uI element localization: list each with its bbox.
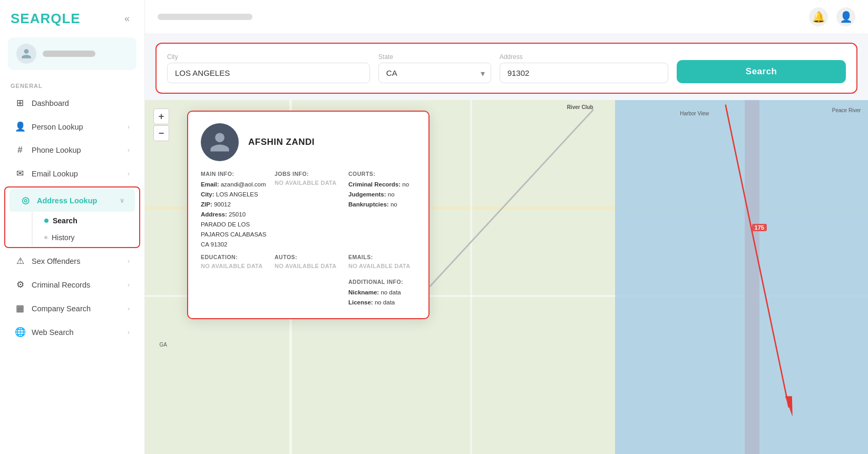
state-field: State CA NY TX FL WA <box>378 53 491 83</box>
chevron-right-icon: › <box>128 258 130 265</box>
map-label-harbor-view: Harbor View <box>680 111 709 116</box>
svg-line-0 <box>430 110 593 287</box>
sidebar-item-phone-lookup[interactable]: # Phone Lookup › <box>4 139 140 161</box>
main-info-section: MAIN INFO: Email: azandi@aol.com City: L… <box>201 171 268 250</box>
sidebar-item-address-lookup[interactable]: ◎ Address Lookup ∨ <box>9 189 135 212</box>
user-circle-icon[interactable]: 👤 <box>836 7 855 26</box>
sidebar-label-criminal: Criminal Records <box>32 281 90 289</box>
additional-label: ADDITIONAL INFO: <box>348 279 416 285</box>
license-label: License: <box>348 299 373 305</box>
user-card <box>8 37 136 70</box>
address-input[interactable] <box>500 63 669 83</box>
sidebar-item-web-search[interactable]: 🌐 Web Search › <box>4 321 140 343</box>
person-alert-icon: ⚠ <box>15 255 25 267</box>
user-name <box>43 51 95 57</box>
sidebar-label-web: Web Search <box>32 328 74 337</box>
nickname-value: no data <box>381 289 401 295</box>
submenu-label-search: Search <box>53 216 77 225</box>
state-label: State <box>378 53 491 61</box>
sidebar-item-company-search[interactable]: ▦ Company Search › <box>4 297 140 320</box>
person-card-body: MAIN INFO: Email: azandi@aol.com City: L… <box>201 171 416 308</box>
sidebar-item-email-lookup[interactable]: ✉ Email Lookup › <box>4 162 140 185</box>
topbar: 🔔 👤 <box>145 0 868 34</box>
city-input[interactable] <box>167 63 370 83</box>
bankruptcies-value: no <box>391 201 397 208</box>
active-dot-icon <box>44 219 48 223</box>
judgements-label: Judgements: <box>348 191 386 198</box>
person-icon: 👤 <box>15 121 25 132</box>
address-lookup-submenu: Search History <box>32 212 134 246</box>
person-card: AFSHIN ZANDI MAIN INFO: Email: azandi@ao… <box>187 111 430 319</box>
sidebar-item-criminal-records[interactable]: ⚙ Criminal Records › <box>4 273 140 296</box>
address-field: Address <box>500 53 669 83</box>
map-label-peace-river: Peace River <box>832 107 861 113</box>
criminal-value: no <box>402 181 409 187</box>
sidebar-item-person-lookup[interactable]: 👤 Person Lookup › <box>4 115 140 138</box>
address-lookup-section: ◎ Address Lookup ∨ Search History <box>4 186 140 248</box>
emails-label: EMAILS: <box>348 254 416 260</box>
zip-label: ZIP: <box>201 201 212 208</box>
sidebar-label-dashboard: Dashboard <box>32 99 69 107</box>
globe-icon: 🌐 <box>15 327 25 338</box>
location-icon: ◎ <box>20 195 31 206</box>
city-label: City <box>167 53 370 61</box>
submenu-item-history[interactable]: History <box>39 229 134 246</box>
inactive-dot-icon <box>44 236 47 239</box>
search-button[interactable]: Search <box>677 60 846 83</box>
chevron-right-icon: › <box>128 170 130 177</box>
zoom-out-button[interactable]: − <box>153 125 169 141</box>
search-form: City State CA NY TX FL WA Address Search <box>155 43 857 94</box>
company-icon: ▦ <box>15 303 25 314</box>
sidebar-label-phone: Phone Lookup <box>32 146 81 154</box>
courts-label: COURTS: <box>348 171 416 177</box>
sidebar-label-address: Address Lookup <box>37 196 97 205</box>
education-label: EDUCATION: <box>201 254 268 260</box>
chevron-right-icon: › <box>128 329 130 336</box>
sidebar-label-person: Person Lookup <box>32 123 83 131</box>
chevron-down-icon: ∨ <box>120 197 124 204</box>
jobs-info-section: JOBS INFO: NO AVAILABLE DATA <box>275 171 342 250</box>
chevron-right-icon: › <box>128 305 130 312</box>
nickname-label: Nickname: <box>348 289 379 295</box>
autos-section: AUTOS: NO AVAILABLE DATA <box>275 254 342 308</box>
zip-value: 90012 <box>214 201 231 208</box>
grid-icon: ⊞ <box>15 97 25 108</box>
map-label-river-club: River Club <box>567 104 593 110</box>
hash-icon: # <box>15 145 25 155</box>
page-title-placeholder <box>158 14 252 20</box>
emails-additional-section: EMAILS: NO AVAILABLE DATA ADDITIONAL INF… <box>348 254 416 308</box>
bankruptcies-label: Bankruptcies: <box>348 201 389 208</box>
sidebar-item-dashboard[interactable]: ⊞ Dashboard <box>4 92 140 114</box>
zoom-in-button[interactable]: + <box>153 108 169 124</box>
chevron-right-icon: › <box>128 146 130 154</box>
address-label: Address: <box>201 211 227 218</box>
collapse-button[interactable]: « <box>120 11 134 26</box>
bell-icon[interactable]: 🔔 <box>809 7 828 26</box>
map-container: River Club Harbor View Peace River GA 17… <box>145 100 868 454</box>
state-select-wrapper: CA NY TX FL WA <box>378 63 491 83</box>
sidebar: SEARQLE « GENERAL ⊞ Dashboard 👤 Person L… <box>0 0 145 454</box>
person-card-header: AFSHIN ZANDI <box>201 123 416 161</box>
sidebar-label-company: Company Search <box>32 304 91 313</box>
person-avatar <box>201 123 239 161</box>
map-label-175: 175 <box>752 224 767 231</box>
avatar <box>16 44 36 64</box>
email-label: Email: <box>201 181 219 187</box>
jobs-no-data: NO AVAILABLE DATA <box>275 180 342 186</box>
email-value: azandi@aol.com <box>221 181 266 187</box>
education-section: EDUCATION: NO AVAILABLE DATA <box>201 254 268 308</box>
main-content: 🔔 👤 City State CA NY TX FL WA Address <box>145 0 868 454</box>
criminal-label: Criminal Records: <box>348 181 401 187</box>
city-value: LOS ANGELES <box>216 191 258 198</box>
sidebar-item-sex-offenders[interactable]: ⚠ Sex Offenders › <box>4 250 140 272</box>
map-zoom-controls: + − <box>153 108 169 141</box>
submenu-label-history: History <box>52 233 75 242</box>
main-info-label: MAIN INFO: <box>201 171 268 177</box>
general-section-label: GENERAL <box>0 80 144 91</box>
autos-label: AUTOS: <box>275 254 342 260</box>
submenu-item-search[interactable]: Search <box>39 212 134 229</box>
app-name: SEARQLE <box>11 11 81 27</box>
emails-no-data: NO AVAILABLE DATA <box>348 263 416 269</box>
state-select[interactable]: CA NY TX FL WA <box>378 63 491 83</box>
city-label: City: <box>201 191 214 198</box>
